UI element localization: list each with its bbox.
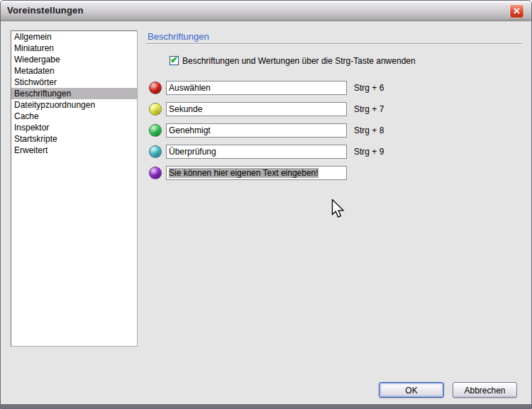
sidebar-item-stichwoerter[interactable]: Stichwörter bbox=[11, 77, 137, 88]
sidebar-item-startskripte[interactable]: Startskripte bbox=[11, 133, 137, 145]
cancel-button[interactable]: Abbrechen bbox=[453, 382, 517, 398]
sidebar-item-erweitert[interactable]: Erweitert bbox=[11, 145, 137, 156]
red-label-value: Auswählen bbox=[169, 83, 211, 93]
cyan-label-shortcut: Strg + 9 bbox=[354, 147, 384, 157]
yellow-label-icon bbox=[149, 103, 162, 116]
window-bottom-edge bbox=[1, 403, 531, 408]
title-bar[interactable]: Voreinstellungen ✕ bbox=[1, 1, 531, 21]
mouse-cursor-icon bbox=[331, 199, 347, 220]
red-label-icon bbox=[149, 82, 162, 94]
green-label-input[interactable]: Genehmigt bbox=[166, 123, 347, 138]
sidebar-item-inspektor[interactable]: Inspektor bbox=[11, 122, 137, 133]
page-title: Beschriftungen bbox=[148, 31, 209, 42]
sidebar-item-wiedergabe[interactable]: Wiedergabe bbox=[11, 54, 137, 65]
sidebar-item-allgemein[interactable]: Allgemein bbox=[11, 31, 137, 43]
purple-label-value: Sie können hier eigenen Text eingeben! bbox=[169, 168, 318, 178]
purple-label-icon bbox=[149, 167, 162, 179]
purple-label-input[interactable]: Sie können hier eigenen Text eingeben! bbox=[166, 166, 347, 180]
sidebar-item-metadaten[interactable]: Metadaten bbox=[11, 65, 137, 77]
sidebar-item-cache[interactable]: Cache bbox=[11, 111, 137, 122]
red-label-shortcut: Strg + 6 bbox=[354, 83, 384, 93]
yellow-label-input[interactable]: Sekunde bbox=[166, 102, 347, 116]
category-list[interactable]: Allgemein Miniaturen Wiedergabe Metadate… bbox=[11, 30, 138, 347]
dialog-body: Allgemein Miniaturen Wiedergabe Metadate… bbox=[1, 21, 531, 408]
window-title: Voreinstellungen bbox=[7, 5, 84, 16]
ctrl-key-checkbox-label: Beschriftungen und Wertungen über die St… bbox=[182, 56, 416, 66]
ok-button[interactable]: OK bbox=[379, 382, 444, 398]
preferences-dialog: Voreinstellungen ✕ Allgemein Miniaturen … bbox=[0, 0, 532, 409]
green-label-shortcut: Strg + 8 bbox=[354, 125, 384, 135]
cyan-label-input[interactable]: Überprüfung bbox=[166, 145, 347, 159]
sidebar-item-miniaturen[interactable]: Miniaturen bbox=[11, 43, 137, 54]
checkmark-icon: ✔ bbox=[170, 55, 178, 65]
green-label-icon bbox=[149, 124, 162, 137]
yellow-label-value: Sekunde bbox=[169, 104, 202, 114]
heading-divider bbox=[146, 43, 522, 45]
yellow-label-shortcut: Strg + 7 bbox=[354, 104, 384, 114]
sidebar-item-beschriftungen[interactable]: Beschriftungen bbox=[11, 88, 137, 99]
red-label-input[interactable]: Auswählen bbox=[166, 81, 347, 95]
green-label-value: Genehmigt bbox=[169, 125, 211, 135]
close-icon[interactable]: ✕ bbox=[509, 4, 524, 18]
sidebar-item-dateitypzuordnungen[interactable]: Dateitypzuordnungen bbox=[11, 99, 137, 111]
cyan-label-value: Überprüfung bbox=[169, 147, 216, 157]
cyan-label-icon bbox=[149, 145, 162, 158]
ctrl-key-checkbox[interactable]: ✔ bbox=[170, 56, 179, 65]
